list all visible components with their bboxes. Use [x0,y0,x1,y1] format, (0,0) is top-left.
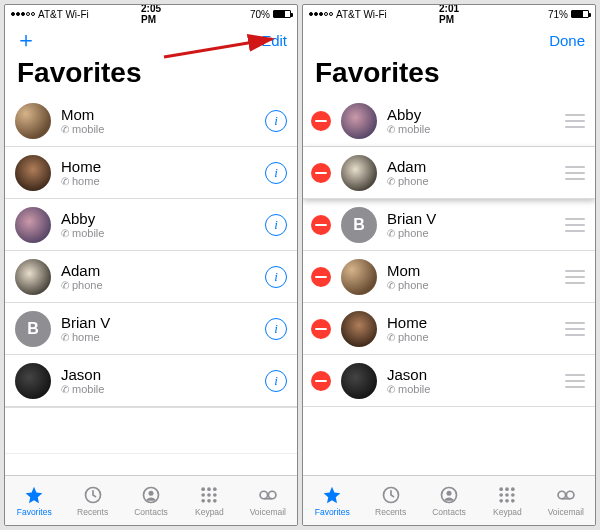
page-title: Favorites [17,57,285,89]
phone-icon: ✆ [61,332,69,343]
avatar [15,103,51,139]
tab-bar: FavoritesRecentsContactsKeypadVoicemail [5,475,297,525]
phone-icon: ✆ [387,176,395,187]
phone-icon: ✆ [387,332,395,343]
favorite-row[interactable]: B Brian V ✆home i [5,303,297,355]
contact-type: phone [398,175,429,187]
info-button[interactable]: i [265,266,287,288]
phone-icon: ✆ [61,280,69,291]
phone-icon: ✆ [387,124,395,135]
status-bar: AT&T Wi-Fi 2:01 PM 71% [303,5,595,23]
reorder-handle[interactable] [565,114,585,128]
avatar [341,103,377,139]
favorite-row-edit[interactable]: Jason ✆mobile [303,355,595,407]
signal-icon [11,12,35,16]
svg-point-12 [213,499,217,503]
phone-left: AT&T Wi-Fi 2:05 PM 70% ＋ Edit Favorites … [4,4,298,526]
info-button[interactable]: i [265,110,287,132]
clock: 2:01 PM [439,4,459,25]
tab-label: Recents [77,507,108,517]
contact-type: mobile [72,123,104,135]
delete-button[interactable] [311,371,331,391]
tab-favorites[interactable]: Favorites [303,476,361,525]
avatar: B [341,207,377,243]
info-button[interactable]: i [265,318,287,340]
contact-name: Brian V [61,314,265,331]
contact-type: phone [72,279,103,291]
svg-point-23 [506,493,510,497]
svg-point-27 [511,499,515,503]
battery-pct: 71% [548,9,568,20]
phone-icon: ✆ [387,280,395,291]
favorite-row[interactable]: Abby ✆mobile i [5,199,297,251]
delete-button[interactable] [311,111,331,131]
done-button[interactable]: Done [549,32,585,49]
avatar [15,363,51,399]
contact-name: Abby [61,210,265,227]
tab-recents[interactable]: Recents [63,476,121,525]
svg-point-10 [202,499,206,503]
contact-name: Jason [387,366,561,383]
avatar [15,155,51,191]
add-button[interactable]: ＋ [15,29,37,51]
contact-type: phone [398,227,429,239]
tab-contacts[interactable]: Contacts [122,476,180,525]
favorite-row[interactable]: Home ✆home i [5,147,297,199]
reorder-handle[interactable] [565,322,585,336]
favorite-row[interactable]: Mom ✆mobile i [5,95,297,147]
favorite-row[interactable]: Adam ✆phone i [5,251,297,303]
info-button[interactable]: i [265,162,287,184]
tab-favorites[interactable]: Favorites [5,476,63,525]
phone-right: AT&T Wi-Fi 2:01 PM 71% Done Favorites Ab… [302,4,596,526]
avatar [341,363,377,399]
info-button[interactable]: i [265,214,287,236]
avatar [341,155,377,191]
delete-button[interactable] [311,267,331,287]
tab-keypad[interactable]: Keypad [180,476,238,525]
reorder-handle[interactable] [565,270,585,284]
favorite-row-edit[interactable]: Mom ✆phone [303,251,595,303]
tab-recents[interactable]: Recents [361,476,419,525]
phone-icon: ✆ [61,124,69,135]
tab-bar: FavoritesRecentsContactsKeypadVoicemail [303,475,595,525]
carrier-label: AT&T Wi-Fi [336,9,387,20]
avatar [341,311,377,347]
tab-label: Contacts [432,507,466,517]
carrier-label: AT&T Wi-Fi [38,9,89,20]
tab-contacts[interactable]: Contacts [420,476,478,525]
favorite-row-edit[interactable]: B Brian V ✆phone [303,199,595,251]
tab-voicemail[interactable]: Voicemail [537,476,595,525]
battery-icon [571,10,589,18]
reorder-handle[interactable] [565,166,585,180]
contact-type: mobile [398,123,430,135]
favorite-row[interactable]: Jason ✆mobile i [5,355,297,407]
favorites-list-editing: Abby ✆mobile Adam ✆phone B Brian V ✆phon… [303,95,595,475]
tab-label: Keypad [493,507,522,517]
favorite-row-edit[interactable]: Adam ✆phone [303,147,595,199]
delete-button[interactable] [311,319,331,339]
tab-voicemail[interactable]: Voicemail [239,476,297,525]
delete-button[interactable] [311,163,331,183]
status-bar: AT&T Wi-Fi 2:05 PM 70% [5,5,297,23]
nav-bar: ＋ Edit [5,23,297,57]
reorder-handle[interactable] [565,374,585,388]
favorite-row-edit[interactable]: Home ✆phone [303,303,595,355]
clock: 2:05 PM [141,4,161,25]
tab-keypad[interactable]: Keypad [478,476,536,525]
svg-point-8 [208,493,212,497]
info-button[interactable]: i [265,370,287,392]
reorder-handle[interactable] [565,218,585,232]
svg-point-6 [213,487,217,491]
contact-type: home [72,175,100,187]
contact-name: Adam [61,262,265,279]
svg-point-29 [566,491,574,499]
edit-button[interactable]: Edit [261,32,287,49]
svg-point-5 [208,487,212,491]
phone-icon: ✆ [387,228,395,239]
svg-point-14 [268,491,276,499]
svg-point-11 [208,499,212,503]
contact-name: Home [387,314,561,331]
delete-button[interactable] [311,215,331,235]
favorite-row-edit[interactable]: Abby ✆mobile [303,95,595,147]
tab-label: Voicemail [250,507,286,517]
